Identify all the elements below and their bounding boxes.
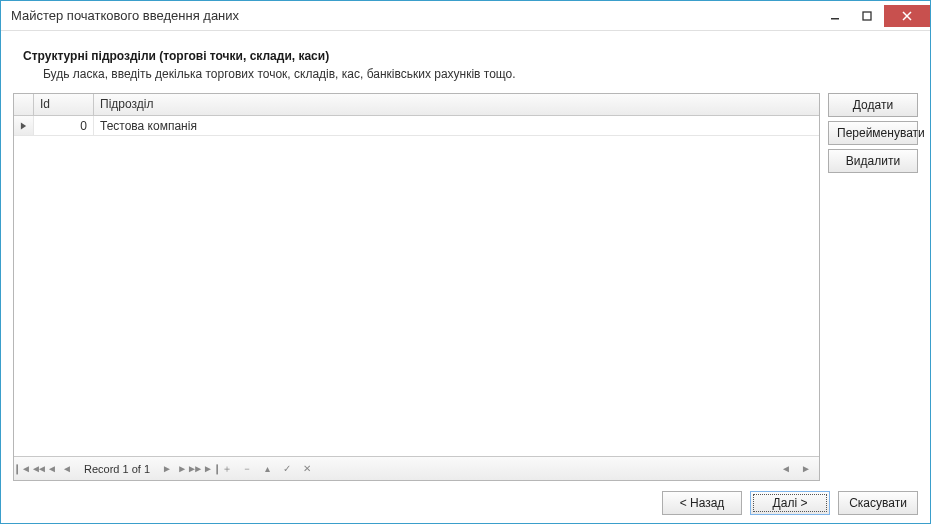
close-button[interactable]: [884, 5, 930, 27]
window-title: Майстер початкового введення даних: [11, 8, 820, 23]
nav-prev-page-icon[interactable]: ◄◄: [38, 460, 56, 478]
table-row[interactable]: 0 Тестова компанія: [14, 116, 819, 136]
grid-header-row: Id Підрозділ: [14, 94, 819, 116]
svg-rect-1: [863, 12, 871, 20]
side-buttons: Додати Перейменувати Видалити: [828, 93, 918, 481]
nav-add-icon[interactable]: ＋: [218, 460, 236, 478]
grid-header-indicator: [14, 94, 34, 115]
grid-header-id[interactable]: Id: [34, 94, 94, 115]
titlebar: Майстер початкового введення даних: [1, 1, 930, 31]
data-grid[interactable]: Id Підрозділ 0 Тестова компанія ❙◄◄ ◄◄ ◄…: [13, 93, 820, 481]
cancel-button[interactable]: Скасувати: [838, 491, 918, 515]
add-button[interactable]: Додати: [828, 93, 918, 117]
nav-next-icon[interactable]: ►: [158, 460, 176, 478]
svg-rect-0: [831, 18, 839, 20]
section-description: Будь ласка, введіть декілька торгових то…: [23, 67, 908, 81]
footer-buttons: < Назад Далі > Скасувати: [13, 481, 918, 515]
main-row: Id Підрозділ 0 Тестова компанія ❙◄◄ ◄◄ ◄…: [13, 93, 918, 481]
delete-button[interactable]: Видалити: [828, 149, 918, 173]
maximize-button[interactable]: [852, 5, 882, 27]
section-title: Структурні підрозділи (торгові точки, ск…: [23, 49, 908, 63]
grid-navigator: ❙◄◄ ◄◄ ◄ Record 1 of 1 ► ►► ►►❙ ＋ － ▴ ✓ …: [14, 456, 819, 480]
grid-header-name[interactable]: Підрозділ: [94, 94, 819, 115]
nav-last-icon[interactable]: ►►❙: [198, 460, 216, 478]
back-button[interactable]: < Назад: [662, 491, 742, 515]
nav-prev-icon[interactable]: ◄: [58, 460, 76, 478]
nav-scroll-right-icon[interactable]: ►: [797, 460, 815, 478]
content-area: Структурні підрозділи (торгові точки, ск…: [1, 31, 930, 523]
cell-id[interactable]: 0: [34, 116, 94, 135]
minimize-button[interactable]: [820, 5, 850, 27]
nav-commit-icon[interactable]: ✓: [278, 460, 296, 478]
nav-record-label: Record 1 of 1: [78, 463, 156, 475]
nav-scroll-left-icon[interactable]: ◄: [777, 460, 795, 478]
next-button[interactable]: Далі >: [750, 491, 830, 515]
nav-remove-icon[interactable]: －: [238, 460, 256, 478]
cell-name[interactable]: Тестова компанія: [94, 116, 819, 135]
header-block: Структурні підрозділи (торгові точки, ск…: [13, 43, 918, 93]
row-indicator-icon: [14, 116, 34, 135]
nav-cancel-icon[interactable]: ✕: [298, 460, 316, 478]
grid-body[interactable]: 0 Тестова компанія: [14, 116, 819, 456]
nav-first-icon[interactable]: ❙◄◄: [18, 460, 36, 478]
nav-edit-icon[interactable]: ▴: [258, 460, 276, 478]
rename-button[interactable]: Перейменувати: [828, 121, 918, 145]
